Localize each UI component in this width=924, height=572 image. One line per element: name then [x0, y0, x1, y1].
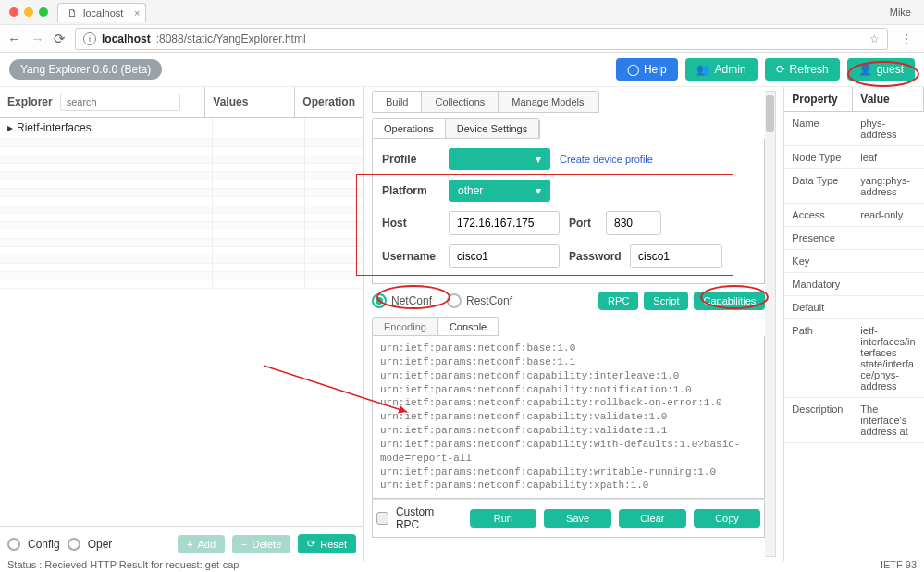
property-value: The interface's address at	[853, 398, 924, 442]
run-button[interactable]: Run	[470, 509, 537, 528]
plus-icon: +	[187, 539, 192, 550]
config-label: Config	[28, 538, 60, 551]
username-input[interactable]	[449, 244, 560, 268]
host-label: Host	[382, 217, 439, 230]
window-controls[interactable]	[9, 7, 48, 17]
save-button[interactable]: Save	[544, 509, 611, 528]
help-button[interactable]: ◯Help	[616, 58, 678, 81]
clear-button[interactable]: Clear	[619, 509, 686, 528]
device-form: Profile ▾ Create device profile Platform…	[372, 139, 765, 284]
close-tab-icon[interactable]: ×	[134, 7, 140, 19]
tab-encoding[interactable]: Encoding	[373, 318, 438, 335]
explorer-footer: Config Oper + Add − Delete ⟳ Reset	[0, 526, 363, 561]
property-value: read-only	[853, 204, 924, 226]
refresh-icon: ⟳	[776, 63, 785, 76]
tab-operations[interactable]: Operations	[373, 119, 446, 138]
tab-device-settings[interactable]: Device Settings	[446, 119, 539, 138]
reload-icon[interactable]: ⟳	[54, 31, 66, 47]
port-input[interactable]	[606, 211, 661, 235]
build-panel: Build Collections Manage Models Operatio…	[364, 87, 783, 561]
reset-button[interactable]: ⟳ Reset	[298, 534, 356, 553]
netconf-radio[interactable]: NetConf	[372, 293, 432, 308]
oper-radio[interactable]	[68, 538, 80, 551]
property-key: Default	[784, 296, 853, 318]
scrollbar-thumb[interactable]	[766, 95, 774, 132]
site-info-icon[interactable]: i	[83, 32, 96, 45]
browser-menu-icon[interactable]: ⋮	[897, 32, 917, 45]
property-value	[853, 227, 924, 249]
platform-dropdown[interactable]: other▾	[449, 180, 550, 202]
host-input[interactable]	[449, 211, 560, 235]
port-label: Port	[569, 217, 597, 230]
app-title: Yang Explorer 0.6.0 (Beta)	[9, 59, 162, 80]
admin-button[interactable]: 👥Admin	[685, 58, 758, 81]
tab-console[interactable]: Console	[438, 318, 499, 335]
custom-rpc-checkbox[interactable]	[376, 512, 388, 525]
property-row: Node Typeleaf	[784, 146, 924, 169]
explorer-header: Explorer Values Operation	[0, 87, 363, 118]
custom-rpc-label: Custom RPC	[396, 505, 455, 531]
address-bar: ← → ⟳ i localhost:8088/static/YangExplor…	[0, 24, 924, 52]
property-header: Property Value	[784, 87, 924, 112]
page-icon: 🗋	[68, 7, 78, 19]
property-row: DescriptionThe interface's address at	[784, 398, 924, 443]
property-value: phys-address	[853, 112, 924, 145]
search-input[interactable]	[60, 93, 180, 111]
expand-icon[interactable]: ▸	[7, 121, 13, 134]
values-header: Values	[205, 87, 295, 117]
tree-row[interactable]: ▸Rietf-interfaces	[0, 118, 363, 139]
back-icon[interactable]: ←	[7, 31, 21, 46]
protocol-row: NetConf RestConf RPC Script Capabilities	[372, 292, 765, 310]
explorer-tree[interactable]: ▸Rietf-interfaces	[0, 118, 363, 526]
property-row: Presence	[784, 227, 924, 250]
property-value: yang:phys-address	[853, 169, 924, 203]
property-key: Name	[784, 112, 853, 145]
guest-button[interactable]: 👤guest	[847, 58, 915, 81]
property-row: Pathietf-interfaces/interfaces-state/int…	[784, 319, 924, 398]
add-button[interactable]: + Add	[178, 535, 225, 553]
property-key: Mandatory	[784, 273, 853, 295]
property-rows: Namephys-addressNode TypeleafData Typeya…	[784, 112, 924, 443]
chevron-down-icon: ▾	[536, 153, 541, 166]
tab-build[interactable]: Build	[373, 92, 422, 112]
profile-dropdown[interactable]: ▾	[449, 148, 550, 170]
browser-profile[interactable]: Mike	[890, 6, 911, 18]
url-host: localhost	[102, 32, 151, 45]
script-button[interactable]: Script	[644, 292, 688, 310]
platform-label: Platform	[382, 184, 439, 197]
status-text: Status : Recieved HTTP Result for reques…	[7, 559, 239, 570]
bookmark-icon[interactable]: ☆	[869, 32, 880, 45]
property-row: Accessread-only	[784, 204, 924, 227]
tab-manage-models[interactable]: Manage Models	[499, 92, 598, 112]
refresh-label: Refresh	[790, 63, 829, 76]
copy-button[interactable]: Copy	[694, 509, 761, 528]
property-key: Description	[784, 398, 853, 442]
password-input[interactable]	[630, 244, 722, 268]
property-panel: Property Value Namephys-addressNode Type…	[783, 87, 924, 561]
scrollbar[interactable]	[765, 91, 776, 557]
browser-tab[interactable]: 🗋 localhost ×	[57, 3, 146, 22]
property-row: Default	[784, 296, 924, 319]
explorer-panel: Explorer Values Operation ▸Rietf-interfa…	[0, 87, 364, 561]
maximize-window-icon[interactable]	[39, 7, 48, 17]
admin-label: Admin	[715, 63, 746, 76]
console-output[interactable]: urn:ietf:params:netconf:base:1.0 urn:iet…	[372, 336, 765, 499]
url-input[interactable]: i localhost:8088/static/YangExplorer.htm…	[75, 28, 888, 50]
property-row: Namephys-address	[784, 112, 924, 146]
explorer-title: Explorer	[7, 95, 53, 108]
create-profile-link[interactable]: Create device profile	[560, 154, 653, 165]
refresh-button[interactable]: ⟳Refresh	[765, 58, 840, 81]
chevron-down-icon: ▾	[536, 184, 541, 197]
config-radio[interactable]	[7, 538, 20, 551]
main-tabs: Build Collections Manage Models	[372, 91, 599, 113]
minimize-window-icon[interactable]	[24, 7, 33, 17]
tab-collections[interactable]: Collections	[422, 92, 499, 112]
property-key: Data Type	[784, 169, 853, 203]
delete-button[interactable]: − Delete	[232, 535, 290, 553]
reset-icon: ⟳	[307, 538, 315, 550]
restconf-radio[interactable]: RestConf	[447, 293, 512, 308]
close-window-icon[interactable]	[9, 7, 18, 17]
rpc-button[interactable]: RPC	[598, 292, 638, 310]
app-toolbar: Yang Explorer 0.6.0 (Beta) ◯Help 👥Admin …	[0, 53, 924, 87]
capabilities-button[interactable]: Capabilities	[694, 292, 765, 310]
